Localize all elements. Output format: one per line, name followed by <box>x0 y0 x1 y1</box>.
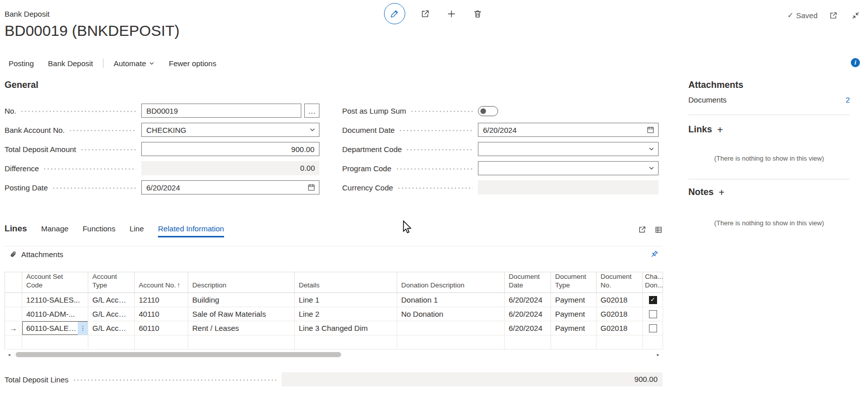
column-header-account-type[interactable]: Account Type <box>88 272 135 292</box>
cell-details[interactable]: Line 1 <box>295 293 397 307</box>
cell-document-type[interactable] <box>551 335 596 350</box>
cell-account-type[interactable]: G/L Account <box>88 293 135 307</box>
delete-button[interactable] <box>471 7 484 20</box>
cell-document-type[interactable]: Payment <box>551 293 596 307</box>
column-header-donation-description[interactable]: Donation Description <box>397 272 505 292</box>
scrollbar-thumb[interactable] <box>16 352 341 357</box>
edit-button[interactable] <box>384 3 405 24</box>
row-actions-button[interactable]: ⋮ <box>78 322 88 335</box>
post-as-lump-sum-toggle[interactable] <box>478 106 498 116</box>
column-header-details[interactable]: Details <box>295 272 397 292</box>
column-header-document-type[interactable]: Document Type <box>551 272 596 292</box>
cell-account-no[interactable]: 12110 <box>135 293 188 307</box>
menu-posting[interactable]: Posting <box>9 59 34 68</box>
attachments-button[interactable]: Attachments <box>10 250 63 259</box>
cell-account-no[interactable]: 40110 <box>135 307 188 321</box>
pin-button[interactable] <box>650 250 659 258</box>
add-link-button[interactable]: + <box>717 125 723 135</box>
cell-account-set-code[interactable]: 40110-ADM-... <box>22 307 88 321</box>
cell-account-type[interactable] <box>88 335 135 350</box>
charity-donation-checkbox[interactable] <box>649 324 657 332</box>
add-note-button[interactable]: + <box>719 187 725 198</box>
cell-document-type[interactable]: Payment <box>551 321 596 335</box>
cell-description[interactable]: Sale of Raw Materials <box>188 307 295 321</box>
tab-manage[interactable]: Manage <box>41 224 68 237</box>
charity-donation-checkbox[interactable] <box>649 310 657 318</box>
cell-donation-description[interactable]: No Donation <box>397 307 505 321</box>
column-header-account-no[interactable]: Account No.↑ <box>135 272 188 292</box>
cell-account-set-code[interactable]: 60110-SALES... ⋮ <box>22 321 88 335</box>
column-header-document-date[interactable]: Document Date <box>505 272 551 292</box>
cell-details[interactable] <box>295 335 397 350</box>
share-icon <box>638 225 646 234</box>
cell-document-date[interactable] <box>505 335 551 350</box>
tab-related-information[interactable]: Related Information <box>158 224 224 237</box>
cell-document-type[interactable]: Payment <box>551 307 596 321</box>
no-input[interactable] <box>141 104 301 118</box>
share-button[interactable] <box>418 7 431 20</box>
cell-account-set-code[interactable]: 12110-SALES... <box>22 293 88 307</box>
chevron-down-icon[interactable] <box>309 127 315 133</box>
info-icon[interactable]: i <box>851 58 860 67</box>
dotted-leader <box>406 149 473 151</box>
bank-account-no-input[interactable] <box>141 123 319 137</box>
open-in-excel-button[interactable] <box>655 225 663 234</box>
cell-document-date[interactable]: 6/20/2024 <box>505 321 551 335</box>
cell-donation-description[interactable]: Donation 1 <box>397 293 505 307</box>
column-header-charity-donation[interactable]: Cha... Don... <box>643 272 663 292</box>
cell-donation-description[interactable] <box>397 321 505 335</box>
deposit-lines-grid: Account Set Code Account Type Account No… <box>5 272 663 350</box>
menu-automate[interactable]: Automate <box>114 59 154 68</box>
column-header-account-set-code[interactable]: Account Set Code <box>22 272 88 292</box>
new-button[interactable] <box>445 7 458 20</box>
documents-link[interactable]: Documents 2 <box>688 95 850 104</box>
cell-document-date[interactable]: 6/20/2024 <box>505 307 551 321</box>
department-code-input[interactable] <box>478 142 659 156</box>
total-deposit-amount-input[interactable] <box>141 142 319 156</box>
scroll-right-arrow[interactable]: ▸ <box>655 352 662 358</box>
cell-account-type[interactable]: G/L Account <box>88 321 135 335</box>
cell-details[interactable]: Line 2 <box>295 307 397 321</box>
open-in-new-window-button[interactable] <box>827 9 840 22</box>
cell-description[interactable]: Building <box>188 293 295 307</box>
assist-edit-button[interactable]: … <box>304 104 319 118</box>
chevron-down-icon[interactable] <box>648 146 655 152</box>
calendar-icon[interactable] <box>646 126 655 134</box>
document-date-input[interactable] <box>478 123 659 137</box>
field-department-code-label: Department Code <box>342 145 402 154</box>
cell-description[interactable]: Rent / Leases <box>188 321 295 335</box>
tab-line[interactable]: Line <box>130 224 144 237</box>
cell-document-no[interactable]: G02018 <box>596 321 643 335</box>
chevron-down-icon[interactable] <box>648 165 655 171</box>
collapse-button[interactable] <box>849 9 862 22</box>
documents-count-badge[interactable]: 2 <box>846 95 850 104</box>
cell-account-no[interactable]: 60110 <box>135 321 188 335</box>
menu-bank-deposit[interactable]: Bank Deposit <box>48 59 93 68</box>
scroll-left-arrow[interactable]: ◂ <box>6 352 13 358</box>
menu-fewer-options[interactable]: Fewer options <box>169 59 216 68</box>
charity-donation-checkbox[interactable] <box>649 296 657 304</box>
cell-details[interactable]: Line 3 Changed Dim <box>295 321 397 335</box>
cell-document-no[interactable]: G02018 <box>596 293 643 307</box>
calendar-icon[interactable] <box>307 183 315 191</box>
cell-document-date[interactable]: 6/20/2024 <box>505 293 551 307</box>
cell-document-no[interactable] <box>596 335 643 350</box>
cell-account-set-code[interactable] <box>22 335 88 350</box>
column-header-description[interactable]: Description <box>188 272 295 292</box>
cell-account-no[interactable] <box>135 335 188 350</box>
field-posting-date-label: Posting Date <box>5 183 48 192</box>
cell-donation-description[interactable] <box>397 335 505 350</box>
cell-description[interactable] <box>188 335 295 350</box>
general-left-column: No. … Bank Account No. Total Deposi <box>5 104 319 194</box>
field-post-as-lump-sum-label: Post as Lump Sum <box>342 107 406 115</box>
share-lines-button[interactable] <box>638 225 646 234</box>
column-header-document-no[interactable]: Document No. <box>596 272 643 292</box>
cell-document-no[interactable]: G02018 <box>596 307 643 321</box>
posting-date-input[interactable] <box>141 180 319 194</box>
general-section-heading[interactable]: General <box>5 80 659 90</box>
tab-functions[interactable]: Functions <box>83 224 116 237</box>
program-code-input[interactable] <box>478 161 659 175</box>
menu-automate-label: Automate <box>114 59 146 68</box>
breadcrumb[interactable]: Bank Deposit <box>5 10 49 18</box>
cell-account-type[interactable]: G/L Account <box>88 307 135 321</box>
